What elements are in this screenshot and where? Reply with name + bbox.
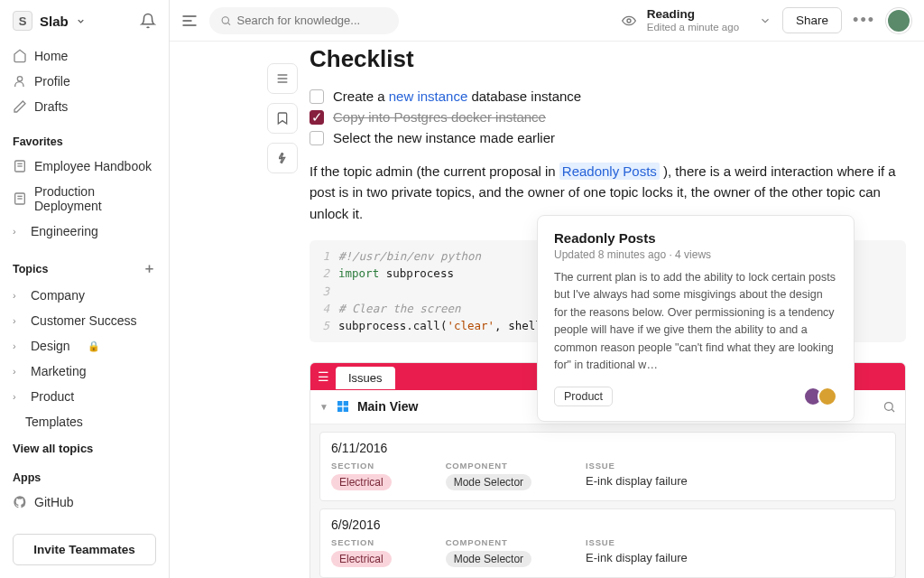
- share-button[interactable]: Share: [782, 7, 842, 33]
- document-icon: [13, 159, 27, 173]
- nav-drafts[interactable]: Drafts: [13, 94, 156, 119]
- user-avatar[interactable]: [886, 8, 911, 33]
- svg-point-12: [627, 19, 631, 23]
- nav-label: Profile: [34, 74, 70, 89]
- post-mention[interactable]: Readonly Posts: [559, 163, 660, 180]
- bookmark-icon: [275, 111, 290, 126]
- sidebar: S Slab Home Profile Drafts Favorites Emp…: [0, 0, 170, 578]
- svg-rect-16: [337, 401, 342, 406]
- topbar: Reading Edited a minute ago Share •••: [170, 0, 924, 42]
- workspace-switcher[interactable]: S Slab: [13, 11, 86, 31]
- embed-search-button[interactable]: [882, 400, 896, 414]
- preview-topic-tag[interactable]: Product: [554, 387, 613, 406]
- svg-rect-18: [337, 407, 342, 412]
- svg-rect-17: [344, 401, 348, 406]
- section-pill: Electrical: [331, 551, 392, 567]
- nav-label: Drafts: [34, 99, 68, 114]
- invite-teammates-button[interactable]: Invite Teammates: [13, 534, 156, 565]
- checklist-item[interactable]: Create a new instance database instance: [310, 86, 906, 107]
- triangle-down-icon[interactable]: ▼: [319, 402, 328, 412]
- main: Reading Edited a minute ago Share ••• Ch…: [170, 0, 924, 578]
- inline-link[interactable]: new instance: [389, 89, 468, 104]
- topics-heading: Topics ＋: [13, 260, 156, 277]
- avatar: [818, 387, 837, 406]
- user-icon: [13, 74, 27, 89]
- preview-title: Readonly Posts: [554, 230, 837, 246]
- topic-subitem[interactable]: Templates: [13, 409, 156, 434]
- issue-date: 6/11/2016: [331, 441, 884, 455]
- workspace-logo: S: [13, 11, 32, 31]
- svg-point-20: [885, 402, 893, 410]
- list-icon: [275, 71, 290, 86]
- add-topic-button[interactable]: ＋: [143, 260, 156, 277]
- pencil-icon: [13, 99, 27, 114]
- favorite-label: Employee Handbook: [34, 159, 152, 173]
- svg-line-21: [892, 409, 894, 412]
- topic-item[interactable]: ›Design 🔒: [13, 333, 156, 359]
- app-github[interactable]: GitHub: [13, 489, 156, 515]
- notifications-button[interactable]: [140, 13, 156, 29]
- embed-menu-button[interactable]: ☰: [310, 363, 336, 390]
- more-button[interactable]: •••: [853, 11, 875, 30]
- nav-profile[interactable]: Profile: [13, 69, 156, 94]
- github-icon: [13, 495, 27, 509]
- checkbox[interactable]: [310, 89, 324, 104]
- lock-icon: 🔒: [88, 340, 100, 352]
- search-box[interactable]: [209, 7, 399, 34]
- topic-item[interactable]: ›Company: [13, 283, 156, 308]
- nav-home[interactable]: Home: [13, 43, 156, 69]
- hamburger-button[interactable]: [180, 12, 199, 30]
- chevron-down-icon[interactable]: [759, 14, 772, 27]
- checkbox-checked[interactable]: ✓: [310, 110, 324, 125]
- favorite-label: Engineering: [31, 224, 98, 238]
- section-pill: Electrical: [331, 474, 392, 490]
- doc-status[interactable]: Reading Edited a minute ago: [647, 7, 739, 34]
- chevron-right-icon: ›: [13, 366, 23, 377]
- eye-icon: [622, 14, 636, 28]
- checklist-item[interactable]: ✓ Copy into Postgres docker instance: [310, 107, 906, 127]
- nav-label: Home: [34, 49, 68, 63]
- checklist-item[interactable]: Select the new instance made earlier: [310, 127, 906, 148]
- chevron-right-icon: ›: [13, 340, 23, 351]
- chevron-right-icon: ›: [13, 315, 23, 326]
- outline-button[interactable]: [267, 63, 298, 94]
- topic-item[interactable]: ›Customer Success: [13, 308, 156, 333]
- component-pill: Mode Selector: [446, 474, 531, 490]
- post-preview-card: Readonly Posts Updated 8 minutes ago · 4…: [537, 215, 855, 422]
- search-input[interactable]: [237, 14, 388, 27]
- document-icon: [13, 191, 27, 206]
- issue-card[interactable]: 6/9/2016 SECTIONElectrical COMPONENTMode…: [319, 508, 896, 578]
- grid-icon: [336, 399, 350, 414]
- reactions-button[interactable]: [267, 143, 298, 173]
- embed-view-name[interactable]: Main View: [357, 399, 418, 414]
- favorite-item[interactable]: › Engineering: [13, 219, 156, 244]
- favorite-item[interactable]: Employee Handbook: [13, 154, 156, 179]
- favorite-label: Production Deployment: [34, 184, 156, 213]
- issues-list[interactable]: 6/11/2016 SECTIONElectrical COMPONENTMod…: [310, 424, 905, 578]
- chevron-right-icon: ›: [13, 290, 23, 301]
- issue-card[interactable]: 6/11/2016 SECTIONElectrical COMPONENTMod…: [319, 432, 896, 501]
- favorites-heading: Favorites: [13, 135, 156, 148]
- chevron-down-icon: [76, 16, 86, 26]
- apps-heading: Apps: [13, 471, 156, 484]
- view-all-topics[interactable]: View all topics: [13, 442, 156, 455]
- checkbox[interactable]: [310, 131, 324, 145]
- search-icon: [882, 400, 896, 414]
- preview-contributors: [808, 387, 837, 406]
- app-label: GitHub: [34, 495, 74, 509]
- chevron-right-icon: ›: [13, 391, 23, 402]
- issue-text: E-ink display failure: [586, 551, 688, 564]
- issue-text: E-ink display failure: [586, 474, 688, 488]
- topic-item[interactable]: ›Product: [13, 384, 156, 409]
- svg-rect-19: [344, 407, 348, 412]
- doc-rail: [267, 63, 298, 173]
- search-icon: [220, 14, 232, 27]
- favorite-item[interactable]: Production Deployment: [13, 179, 156, 219]
- embed-tab[interactable]: Issues: [336, 367, 395, 389]
- topic-item[interactable]: ›Marketing: [13, 359, 156, 384]
- component-pill: Mode Selector: [446, 551, 531, 567]
- bell-icon: [140, 13, 156, 29]
- svg-point-10: [222, 16, 228, 23]
- workspace-name: Slab: [40, 14, 69, 29]
- bookmark-button[interactable]: [267, 103, 298, 134]
